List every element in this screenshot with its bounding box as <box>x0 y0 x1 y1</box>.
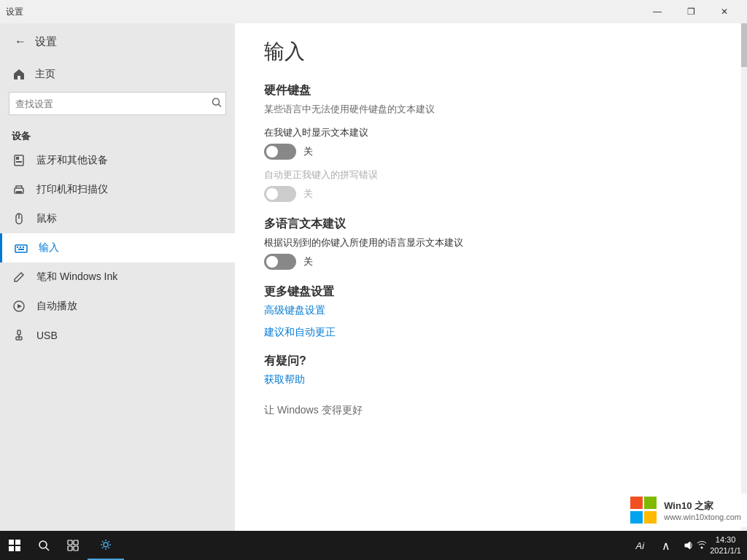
multilang-label: 根据识别到的你键入所使用的语言显示文本建议 <box>264 236 718 249</box>
show-suggestions-toggle[interactable] <box>264 144 296 160</box>
taskbar-time: 14:30 2021/1/1 <box>710 534 741 557</box>
start-button[interactable] <box>0 531 29 560</box>
hardware-keyboard-title: 硬件键盘 <box>264 83 718 98</box>
multilang-section: 多语言文本建议 根据识别到的你键入所使用的语言显示文本建议 关 <box>264 217 718 270</box>
more-keyboard-title: 更多键盘设置 <box>264 284 718 300</box>
sidebar-item-pen[interactable]: 笔和 Windows Ink <box>0 262 235 292</box>
watermark-line1: Win10 之家 <box>664 499 741 513</box>
sidebar-item-printer[interactable]: 打印机和扫描仪 <box>0 175 235 204</box>
toggle-thumb-3 <box>266 256 278 268</box>
home-label: 主页 <box>35 68 55 81</box>
multilang-toggle[interactable] <box>264 254 296 270</box>
sidebar-top: ← 设置 <box>0 23 235 60</box>
show-suggestions-toggle-row: 关 <box>264 144 718 160</box>
watermark-line2: www.win10xtong.com <box>664 513 741 521</box>
volume-icon <box>684 540 694 551</box>
suggestions-autocorrect-link[interactable]: 建议和自动更正 <box>264 326 718 339</box>
svg-point-28 <box>104 542 108 547</box>
svg-rect-27 <box>74 546 78 551</box>
win-square-blue <box>630 511 643 524</box>
mouse-icon <box>12 211 26 226</box>
autocorrect-toggle <box>264 186 296 202</box>
taskbar-left <box>0 531 124 560</box>
sidebar-item-printer-label: 打印机和扫描仪 <box>36 183 108 196</box>
section-label-devices: 设备 <box>0 124 235 146</box>
sidebar-item-mouse[interactable]: 鼠标 <box>0 204 235 233</box>
sidebar-item-autoplay-label: 自动播放 <box>36 300 77 313</box>
title-bar-title: 设置 <box>6 6 23 18</box>
svg-rect-9 <box>17 246 18 248</box>
svg-line-23 <box>46 548 49 551</box>
svg-rect-25 <box>74 540 78 545</box>
win-square-red <box>630 497 643 509</box>
time-text: 14:30 <box>710 534 741 545</box>
svg-rect-3 <box>16 157 19 160</box>
svg-rect-26 <box>68 546 72 551</box>
sidebar-item-usb[interactable]: USB <box>0 321 235 350</box>
autocorrect-label: 自动更正我键入的拼写错误 <box>264 168 718 182</box>
svg-rect-18 <box>9 540 14 545</box>
scrollbar-thumb[interactable] <box>741 23 747 67</box>
sidebar-item-bluetooth-label: 蓝牙和其他设备 <box>36 154 108 167</box>
svg-point-29 <box>701 547 703 549</box>
sidebar-app-title: 设置 <box>35 35 57 49</box>
sidebar-item-autoplay[interactable]: 自动播放 <box>0 292 235 321</box>
maximize-button[interactable]: ❐ <box>674 0 708 23</box>
sidebar-item-bluetooth[interactable]: 蓝牙和其他设备 <box>0 146 235 175</box>
hardware-keyboard-desc: 某些语言中无法使用硬件键盘的文本建议 <box>264 103 718 116</box>
sidebar-item-input-label: 输入 <box>39 241 59 254</box>
bottom-text: 让 Windows 变得更好 <box>264 404 718 417</box>
title-bar-controls: — ❐ ✕ <box>640 0 741 23</box>
sidebar-item-mouse-label: 鼠标 <box>36 212 57 225</box>
svg-point-22 <box>39 541 47 548</box>
autocorrect-toggle-label: 关 <box>303 187 313 201</box>
taskbar: Ai ∧ 14:30 2021/1/1 <box>0 531 747 560</box>
task-view-button[interactable] <box>58 531 88 560</box>
search-button-taskbar[interactable] <box>29 531 58 560</box>
minimize-button[interactable]: — <box>640 0 674 23</box>
win-square-yellow <box>644 511 657 524</box>
main-area: ← 设置 主页 设备 <box>0 23 747 531</box>
search-input[interactable] <box>9 92 226 115</box>
show-suggestions-toggle-label: 关 <box>303 145 313 158</box>
svg-rect-19 <box>15 540 20 545</box>
svg-rect-20 <box>9 546 14 551</box>
keyboard-icon <box>14 241 28 255</box>
printer-icon <box>12 182 26 197</box>
chevron-up-icon: ∧ <box>662 539 670 553</box>
sidebar-item-home[interactable]: 主页 <box>0 60 235 89</box>
multilang-toggle-row: 关 <box>264 254 718 270</box>
sidebar: ← 设置 主页 设备 <box>0 23 235 531</box>
svg-rect-11 <box>23 246 24 248</box>
ime-button[interactable]: Ai <box>632 531 649 560</box>
svg-rect-10 <box>20 246 21 248</box>
chevron-up-button[interactable]: ∧ <box>651 531 681 560</box>
svg-rect-12 <box>18 249 24 250</box>
svg-rect-21 <box>15 546 20 551</box>
pen-icon <box>12 270 26 284</box>
advanced-keyboard-link[interactable]: 高级键盘设置 <box>264 304 718 317</box>
svg-line-1 <box>219 104 222 107</box>
sidebar-item-input[interactable]: 输入 <box>0 233 235 262</box>
svg-rect-6 <box>16 191 22 193</box>
title-bar-left: 设置 <box>6 6 23 18</box>
settings-taskbar-icon[interactable] <box>88 531 124 560</box>
get-help-link[interactable]: 获取帮助 <box>264 373 718 386</box>
network-icon <box>697 540 707 551</box>
svg-rect-24 <box>68 540 72 545</box>
content-area: 输入 硬件键盘 某些语言中无法使用硬件键盘的文本建议 在我键入时显示文本建议 关… <box>235 23 747 531</box>
search-button[interactable] <box>212 98 222 110</box>
watermark-text: Win10 之家 www.win10xtong.com <box>664 499 741 521</box>
help-section: 有疑问? 获取帮助 <box>264 354 718 386</box>
svg-rect-15 <box>18 330 20 335</box>
more-keyboard-section: 更多键盘设置 高级键盘设置 建议和自动更正 <box>264 284 718 339</box>
close-button[interactable]: ✕ <box>708 0 741 23</box>
help-title: 有疑问? <box>264 354 718 369</box>
windows-logo <box>630 497 658 524</box>
usb-icon <box>12 328 26 343</box>
multilang-title: 多语言文本建议 <box>264 217 718 232</box>
sidebar-item-pen-label: 笔和 Windows Ink <box>36 271 117 284</box>
system-tray <box>684 540 707 551</box>
back-button[interactable]: ← <box>12 32 29 51</box>
page-title: 输入 <box>264 38 718 66</box>
